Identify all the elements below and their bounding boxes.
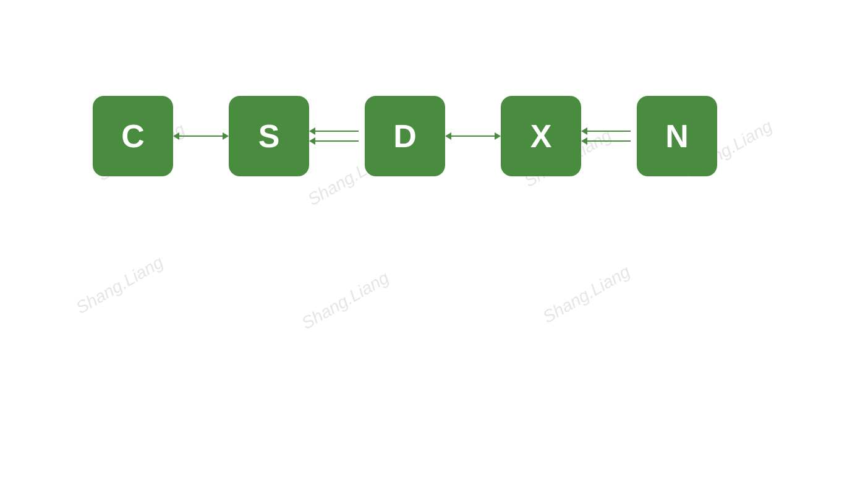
node-c[interactable]: C <box>93 96 173 176</box>
arrowhead-right <box>223 132 229 140</box>
diagram-container: C S D <box>93 96 717 176</box>
arrow-d-x <box>445 132 501 140</box>
arrow-s-d-bottom <box>309 137 365 145</box>
arrowhead-left <box>581 137 587 145</box>
arrowhead-left <box>173 132 179 140</box>
arrow-c-s <box>173 132 229 140</box>
arrow-d-x-row <box>445 132 501 140</box>
arrow-x-n-bottom <box>581 137 637 145</box>
arrowhead-left <box>309 127 315 135</box>
arrowhead-right <box>495 132 501 140</box>
node-n-label: N <box>665 118 689 155</box>
arrow-x-n-top <box>581 127 637 135</box>
node-c-label: C <box>121 118 145 155</box>
watermark-5: Shang.Liang <box>73 252 167 318</box>
node-d[interactable]: D <box>365 96 445 176</box>
watermark-6: Shang.Liang <box>299 268 393 333</box>
arrow-line <box>315 131 359 132</box>
arrow-line <box>451 135 495 137</box>
arrow-line <box>587 140 631 142</box>
node-n[interactable]: N <box>637 96 717 176</box>
node-d-label: D <box>393 118 417 155</box>
arrow-s-d <box>309 127 365 145</box>
arrow-c-s-top <box>173 132 229 140</box>
arrowhead-left <box>445 132 451 140</box>
arrow-s-d-top <box>309 127 365 135</box>
arrowhead-left <box>309 137 315 145</box>
arrow-line <box>587 131 631 132</box>
node-s-label: S <box>258 118 280 155</box>
watermark-7: Shang.Liang <box>540 262 634 327</box>
node-x-label: X <box>530 118 552 155</box>
node-s[interactable]: S <box>229 96 309 176</box>
node-x[interactable]: X <box>501 96 581 176</box>
arrow-line <box>315 140 359 142</box>
arrowhead-left <box>581 127 587 135</box>
arrow-x-n <box>581 127 637 145</box>
arrow-line <box>179 135 223 137</box>
